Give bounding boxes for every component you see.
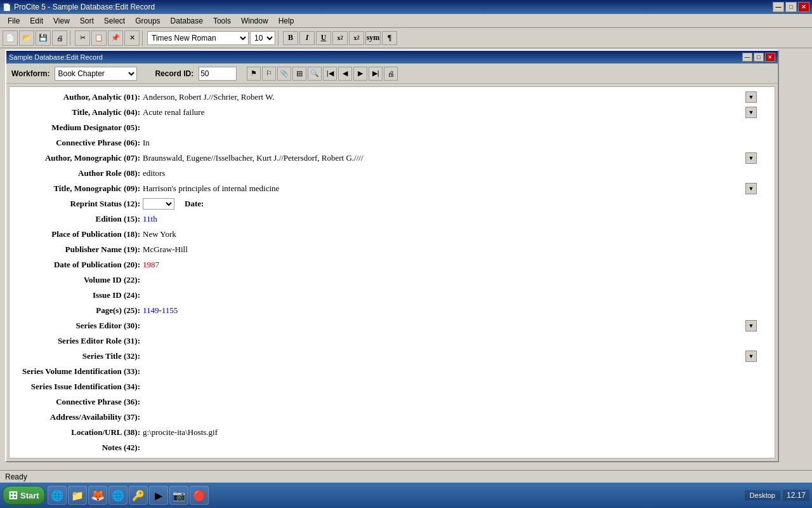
underline-button[interactable]: U <box>316 31 331 45</box>
new-button[interactable]: 📄 <box>3 30 18 46</box>
field-value-f7[interactable]: Harrison's principles of internal medici… <box>143 182 745 195</box>
minimize-button[interactable]: — <box>773 2 784 12</box>
sym-button[interactable]: sym <box>365 31 381 45</box>
search-button[interactable]: 🔍 <box>308 67 322 81</box>
workform-selector[interactable]: Book Chapter <box>55 67 137 81</box>
field-value-f11[interactable]: McGraw-Hill <box>143 243 759 256</box>
menu-item-groups[interactable]: Groups <box>130 15 165 27</box>
antivirus-icon[interactable]: 🔴 <box>190 486 209 505</box>
menu-item-sort[interactable]: Sort <box>75 15 99 27</box>
window-close-button[interactable]: ✕ <box>765 53 775 62</box>
field-label-f19: Series Volume Identification (33): <box>10 365 143 378</box>
save-button[interactable]: 💾 <box>36 30 51 46</box>
field-value-f10[interactable]: New York <box>143 228 759 241</box>
field-label-f24: Notes (42): <box>10 441 143 454</box>
print-record-button[interactable]: 🖨 <box>384 67 398 81</box>
clear-button[interactable]: ✕ <box>124 30 140 46</box>
close-button[interactable]: ✕ <box>798 2 809 12</box>
menu-item-select[interactable]: Select <box>99 15 130 27</box>
media-icon[interactable]: ▶ <box>149 486 168 505</box>
para-button[interactable]: ¶ <box>382 31 397 45</box>
menu-item-edit[interactable]: Edit <box>25 15 48 27</box>
scroll-btn-f2[interactable]: ▼ <box>745 107 757 118</box>
first-button[interactable]: |◀ <box>323 67 337 81</box>
field-value-f15[interactable]: 1149-1155 <box>143 304 759 317</box>
maximize-button[interactable]: □ <box>785 2 797 12</box>
clock: 12.17 <box>783 490 809 501</box>
field-value-f4[interactable]: In <box>143 137 759 149</box>
menu-item-database[interactable]: Database <box>166 15 208 27</box>
field-row-f12: Date of Publication (20):1987 <box>10 257 759 272</box>
field-value-f6[interactable]: editors <box>143 167 759 180</box>
start-button[interactable]: ⊞ Start <box>3 486 45 505</box>
field-row-f18: Series Title (32):▼ <box>10 349 759 364</box>
font-selector[interactable]: Times New Roman <box>147 31 249 45</box>
unflag-button[interactable]: ⚐ <box>262 67 276 81</box>
window-minimize-button[interactable]: — <box>742 53 752 62</box>
cut-button[interactable]: ✂ <box>75 30 90 46</box>
scroll-btn-f1[interactable]: ▼ <box>745 91 757 103</box>
title-bar: 📄 ProCite 5 - Sample Database:Edit Recor… <box>0 0 812 14</box>
open-button[interactable]: 📂 <box>19 30 34 46</box>
title-bar-controls: — □ ✕ <box>773 2 809 12</box>
field-label-f22: Address/Availability (37): <box>10 411 143 424</box>
field-value-f12[interactable]: 1987 <box>143 258 759 271</box>
window-maximize-button[interactable]: □ <box>754 53 764 62</box>
camera-icon[interactable]: 📷 <box>169 486 188 505</box>
attach-button[interactable]: 📎 <box>277 67 291 81</box>
toolbar: 📄 📂 💾 🖨 ✂ 📋 📌 ✕ Times New Roman 10 B I U… <box>0 28 812 48</box>
firefox-icon[interactable]: 🦊 <box>88 486 107 505</box>
scroll-btn-f5[interactable]: ▼ <box>745 152 757 164</box>
menu-item-tools[interactable]: Tools <box>208 15 236 27</box>
taskbar: ⊞ Start 🌐 📁 🦊 🌐 🔑 ▶ 📷 🔴 Desktop 12.17 <box>0 483 812 508</box>
field-row-f17: Series Editor Role (31): <box>10 333 759 349</box>
field-value-f1[interactable]: Anderson, Robert J.//Schrier, Robert W. <box>143 91 745 104</box>
print-button[interactable]: 🖨 <box>52 30 67 46</box>
paste-button[interactable]: 📌 <box>108 30 123 46</box>
field-value-f9[interactable]: 11th <box>143 213 759 225</box>
field-label-f4: Connective Phrase (06): <box>10 137 143 149</box>
next-button[interactable]: ▶ <box>353 67 367 81</box>
start-label: Start <box>20 491 39 500</box>
subscript-button[interactable]: x2 <box>349 31 364 45</box>
field-row-f3: Medium Designator (05): <box>10 120 759 135</box>
record-area: Author, Analytic (01):Anderson, Robert J… <box>9 86 775 458</box>
field-label-f8: Reprint Status (12): <box>10 197 143 210</box>
bold-button[interactable]: B <box>283 31 298 45</box>
field-value-f8[interactable]: Date: <box>143 197 759 210</box>
field-row-f22: Address/Availability (37): <box>10 410 759 425</box>
scroll-btn-f18[interactable]: ▼ <box>745 351 757 362</box>
field-label-f6: Author Role (08): <box>10 167 143 180</box>
field-value-f5[interactable]: Braunswald, Eugene//Isselbacher, Kurt J.… <box>143 152 745 164</box>
field-row-f23: Location/URL (38):g:\procite-ita\Hosts.g… <box>10 425 759 440</box>
flag-button[interactable]: ⚑ <box>247 67 261 81</box>
superscript-button[interactable]: x2 <box>332 31 348 45</box>
size-selector[interactable]: 10 <box>250 31 275 45</box>
scroll-btn-f7[interactable]: ▼ <box>745 183 757 194</box>
status-bar: Ready <box>0 470 812 483</box>
desktop-label: Desktop <box>750 491 775 499</box>
field-label-f7: Title, Monographic (09): <box>10 182 143 195</box>
window-controls: — □ ✕ <box>742 53 775 62</box>
copy-button[interactable]: 📋 <box>91 30 107 46</box>
field-value-f23[interactable]: g:\procite-ita\Hosts.gif <box>143 426 759 439</box>
menu-item-help[interactable]: Help <box>273 15 299 27</box>
last-button[interactable]: ▶| <box>369 67 383 81</box>
menu-item-file[interactable]: File <box>3 15 25 27</box>
procite-icon[interactable]: 🔑 <box>129 486 148 505</box>
field-row-f8: Reprint Status (12):Date: <box>10 196 759 211</box>
field-value-f2[interactable]: Acute renal failure <box>143 106 745 119</box>
view-button[interactable]: ▤ <box>292 67 306 81</box>
field-row-f2: Title, Analytic (04):Acute renal failure… <box>10 105 759 120</box>
menu-item-window[interactable]: Window <box>236 15 273 27</box>
record-id-input[interactable] <box>199 67 237 81</box>
italic-button[interactable]: I <box>299 31 315 45</box>
explorer-icon[interactable]: 📁 <box>68 486 87 505</box>
field-label-f1: Author, Analytic (01): <box>10 91 143 104</box>
network-icon[interactable]: 🌐 <box>108 486 128 505</box>
prev-button[interactable]: ◀ <box>338 67 352 81</box>
ie-icon[interactable]: 🌐 <box>48 486 67 505</box>
scroll-btn-f16[interactable]: ▼ <box>745 320 757 331</box>
menu-item-view[interactable]: View <box>48 15 75 27</box>
reprint-select[interactable] <box>143 198 174 210</box>
